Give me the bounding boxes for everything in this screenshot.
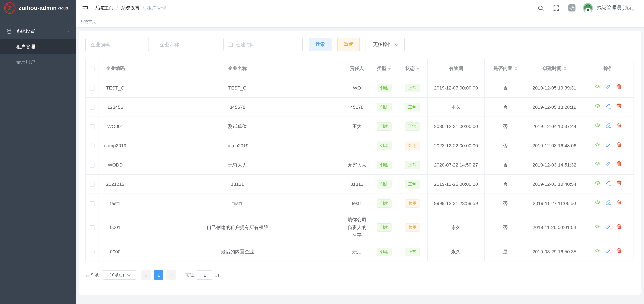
- table-row: 0000 最后的内置企业 最后 创建 正常 永久 是 2019-08-29 16…: [86, 242, 634, 261]
- view-icon[interactable]: [594, 223, 600, 229]
- edit-icon[interactable]: [605, 223, 611, 229]
- delete-icon[interactable]: [616, 248, 622, 253]
- cell-ops: [583, 97, 634, 117]
- type-badge: 创建: [376, 161, 391, 169]
- fullscreen-icon[interactable]: [553, 5, 560, 11]
- col-header-created: 创建时间: [526, 59, 583, 78]
- view-icon[interactable]: [594, 180, 600, 186]
- cell-owner: 无穷大大: [343, 155, 371, 174]
- delete-icon[interactable]: [616, 84, 622, 90]
- select-all-checkbox[interactable]: [90, 67, 94, 71]
- edit-icon[interactable]: [605, 248, 611, 253]
- goto-page-input[interactable]: [197, 270, 212, 280]
- row-actions: [594, 199, 622, 205]
- cell-code: 123456: [99, 97, 132, 117]
- sidebar-item-global-users[interactable]: 全局用户: [0, 54, 76, 70]
- delete-icon[interactable]: [616, 180, 622, 186]
- company-name-input[interactable]: [154, 38, 217, 51]
- cell-name: 测试单位: [132, 117, 343, 136]
- sidebar-item-label: 租户管理: [16, 44, 35, 50]
- cell-status: 禁用: [397, 136, 428, 155]
- cell-ops: [583, 136, 634, 155]
- sidebar-item-tenant-management[interactable]: 租户管理: [0, 39, 76, 54]
- page-size-select[interactable]: 10条/页: [103, 270, 136, 280]
- breadcrumb-item-settings[interactable]: 系统设置: [121, 5, 140, 11]
- filter-caret-icon[interactable]: [388, 68, 391, 70]
- cell-name: 最后的内置企业: [132, 242, 343, 261]
- delete-icon[interactable]: [616, 142, 622, 147]
- edit-icon[interactable]: [605, 142, 611, 147]
- cell-builtin: 否: [484, 213, 526, 242]
- row-checkbox[interactable]: [90, 86, 94, 91]
- view-icon[interactable]: [594, 161, 600, 167]
- status-badge: 正常: [405, 103, 420, 111]
- view-icon[interactable]: [594, 84, 600, 90]
- edit-icon[interactable]: [605, 180, 611, 186]
- row-checkbox[interactable]: [90, 105, 94, 110]
- edit-icon[interactable]: [605, 103, 611, 109]
- edit-icon[interactable]: [605, 122, 611, 128]
- avatar[interactable]: [583, 3, 593, 13]
- row-checkbox[interactable]: [90, 225, 94, 230]
- reset-button[interactable]: 重置: [337, 38, 360, 51]
- delete-icon[interactable]: [616, 103, 622, 109]
- search-icon[interactable]: [537, 5, 544, 11]
- row-checkbox[interactable]: [90, 163, 94, 168]
- edit-icon[interactable]: [605, 199, 611, 205]
- chevron-down-icon: [395, 42, 398, 46]
- delete-icon[interactable]: [616, 122, 622, 128]
- view-icon[interactable]: [594, 248, 600, 253]
- delete-icon[interactable]: [616, 223, 622, 229]
- header-row: 企业编码企业名称责任人类型状态有效期是否内置创建时间操作: [86, 59, 634, 78]
- cell-owner: 填你公司负责人的名字: [343, 213, 371, 242]
- row-checkbox[interactable]: [90, 182, 94, 187]
- edit-icon[interactable]: [605, 161, 611, 167]
- database-icon: [6, 28, 12, 35]
- view-icon[interactable]: [594, 142, 600, 147]
- search-button[interactable]: 搜索: [309, 38, 332, 51]
- sidebar-group-system-settings[interactable]: 系统设置: [0, 24, 76, 39]
- create-time-input[interactable]: [224, 38, 303, 51]
- col-header-ops: 操作: [583, 59, 634, 78]
- delete-icon[interactable]: [616, 199, 622, 205]
- row-checkbox[interactable]: [90, 124, 94, 129]
- cell-owner: WQ: [343, 78, 371, 97]
- sort-caret-icon[interactable]: [564, 67, 566, 71]
- row-actions: [594, 180, 622, 186]
- breadcrumb-item-home[interactable]: 系统主页: [94, 5, 114, 11]
- company-code-input[interactable]: [86, 38, 149, 51]
- row-checkbox[interactable]: [90, 144, 94, 148]
- page-number-button[interactable]: 1: [154, 270, 164, 280]
- cell-ops: [583, 117, 634, 136]
- cell-validity: 9999-12-31 23:59:59: [428, 194, 484, 213]
- breadcrumb: 系统主页 / 系统设置 / 租户管理: [94, 5, 528, 11]
- status-badge: 正常: [405, 247, 420, 256]
- cell-created: 2019-12-03 10:40:54: [526, 174, 583, 194]
- row-checkbox[interactable]: [90, 250, 94, 254]
- cell-type: 创建: [371, 194, 397, 213]
- edit-icon[interactable]: [605, 84, 611, 90]
- filter-caret-icon[interactable]: [416, 68, 419, 70]
- logo[interactable]: Z zuihou-admin cloud: [0, 0, 76, 16]
- cell-status: 正常: [397, 78, 428, 97]
- cell-validity: 2020-07-22 14:50:27: [428, 155, 484, 174]
- cell-ops: [583, 78, 634, 97]
- user-name[interactable]: 超级管理员[演示]: [596, 5, 634, 11]
- next-page-button[interactable]: [166, 270, 176, 280]
- cell-owner: 31313: [343, 174, 371, 194]
- cell-builtin: 否: [484, 97, 526, 117]
- view-icon[interactable]: [594, 103, 600, 109]
- more-actions-button[interactable]: 更多操作: [366, 38, 405, 51]
- row-actions: [594, 248, 622, 253]
- view-icon[interactable]: [594, 122, 600, 128]
- cell-code: TEST_Q: [99, 78, 132, 97]
- prev-page-button[interactable]: [142, 270, 151, 280]
- sort-caret-icon[interactable]: [514, 67, 517, 71]
- delete-icon[interactable]: [616, 161, 622, 167]
- row-actions: [594, 103, 622, 109]
- view-icon[interactable]: [594, 199, 600, 205]
- language-icon[interactable]: A文: [568, 5, 575, 12]
- tab-system-home[interactable]: 系统主页: [76, 16, 101, 27]
- fold-menu-icon[interactable]: [82, 5, 88, 11]
- row-checkbox[interactable]: [90, 201, 94, 206]
